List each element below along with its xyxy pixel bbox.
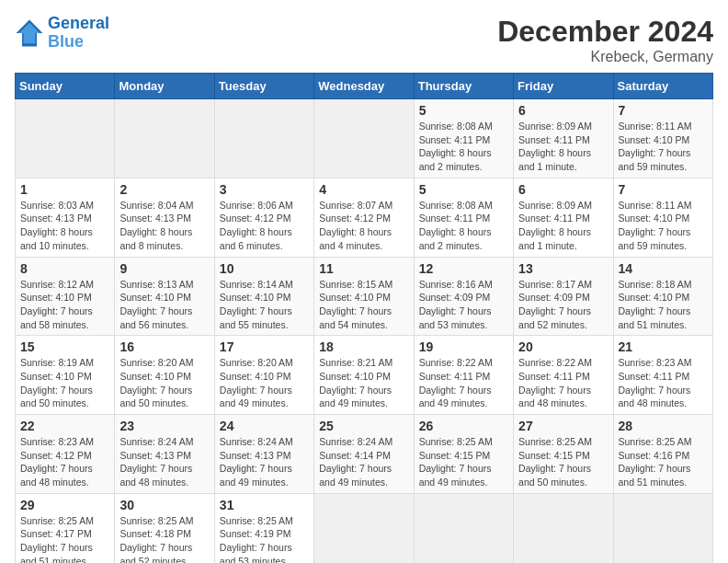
logo-icon (15, 18, 44, 48)
list-item: 9 Sunrise: 8:13 AMSunset: 4:10 PMDayligh… (115, 257, 214, 336)
list-item: 19 Sunrise: 8:22 AMSunset: 4:11 PMDaylig… (414, 336, 513, 415)
list-item: 1 Sunrise: 8:03 AMSunset: 4:13 PMDayligh… (16, 178, 115, 257)
list-item: 5 Sunrise: 8:08 AMSunset: 4:11 PMDayligh… (414, 99, 513, 178)
list-item: 15 Sunrise: 8:19 AMSunset: 4:10 PMDaylig… (16, 336, 115, 415)
table-row: 22 Sunrise: 8:23 AMSunset: 4:12 PMDaylig… (16, 415, 713, 494)
list-item: 11 Sunrise: 8:15 AMSunset: 4:10 PMDaylig… (314, 257, 414, 336)
list-item: 6 Sunrise: 8:09 AMSunset: 4:11 PMDayligh… (514, 99, 613, 178)
title-block: December 2024 Krebeck, Germany (497, 15, 713, 65)
list-item: 21 Sunrise: 8:23 AMSunset: 4:11 PMDaylig… (613, 336, 712, 415)
header-row: Sunday Monday Tuesday Wednesday Thursday… (16, 74, 713, 99)
page-subtitle: Krebeck, Germany (497, 49, 713, 65)
list-item: 4 Sunrise: 8:07 AMSunset: 4:12 PMDayligh… (314, 178, 414, 257)
empty-cell (214, 99, 313, 178)
list-item: 12 Sunrise: 8:16 AMSunset: 4:09 PMDaylig… (414, 257, 513, 336)
logo: General Blue (15, 15, 109, 52)
list-item: 30 Sunrise: 8:25 AMSunset: 4:18 PMDaylig… (115, 493, 214, 563)
col-tuesday: Tuesday (214, 74, 313, 99)
list-item: 14 Sunrise: 8:18 AMSunset: 4:10 PMDaylig… (613, 257, 712, 336)
table-row: 29 Sunrise: 8:25 AMSunset: 4:17 PMDaylig… (16, 493, 713, 563)
list-item: 7 Sunrise: 8:11 AMSunset: 4:10 PMDayligh… (613, 178, 712, 257)
empty-cell (613, 493, 712, 563)
list-item: 29 Sunrise: 8:25 AMSunset: 4:17 PMDaylig… (16, 493, 115, 563)
list-item: 6 Sunrise: 8:09 AMSunset: 4:11 PMDayligh… (514, 178, 613, 257)
list-item: 17 Sunrise: 8:20 AMSunset: 4:10 PMDaylig… (214, 336, 313, 415)
col-thursday: Thursday (414, 74, 513, 99)
table-row: 15 Sunrise: 8:19 AMSunset: 4:10 PMDaylig… (16, 336, 713, 415)
col-sunday: Sunday (16, 74, 115, 99)
list-item: 23 Sunrise: 8:24 AMSunset: 4:13 PMDaylig… (115, 415, 214, 494)
empty-cell (314, 99, 414, 178)
list-item: 3 Sunrise: 8:06 AMSunset: 4:12 PMDayligh… (214, 178, 313, 257)
empty-cell (414, 493, 513, 563)
list-item: 26 Sunrise: 8:25 AMSunset: 4:15 PMDaylig… (414, 415, 513, 494)
page-title: December 2024 (497, 15, 713, 49)
col-monday: Monday (115, 74, 214, 99)
logo-text: General Blue (48, 15, 109, 52)
list-item: 13 Sunrise: 8:17 AMSunset: 4:09 PMDaylig… (514, 257, 613, 336)
list-item: 31 Sunrise: 8:25 AMSunset: 4:19 PMDaylig… (214, 493, 313, 563)
empty-cell (16, 99, 115, 178)
list-item: 27 Sunrise: 8:25 AMSunset: 4:15 PMDaylig… (514, 415, 613, 494)
empty-cell (314, 493, 414, 563)
list-item: 5 Sunrise: 8:08 AMSunset: 4:11 PMDayligh… (414, 178, 513, 257)
list-item: 8 Sunrise: 8:12 AMSunset: 4:10 PMDayligh… (16, 257, 115, 336)
page-header: General Blue December 2024 Krebeck, Germ… (15, 15, 713, 65)
list-item: 16 Sunrise: 8:20 AMSunset: 4:10 PMDaylig… (115, 336, 214, 415)
empty-cell (514, 493, 613, 563)
list-item: 24 Sunrise: 8:24 AMSunset: 4:13 PMDaylig… (214, 415, 313, 494)
empty-cell (115, 99, 214, 178)
list-item: 7 Sunrise: 8:11 AMSunset: 4:10 PMDayligh… (613, 99, 712, 178)
list-item: 20 Sunrise: 8:22 AMSunset: 4:11 PMDaylig… (514, 336, 613, 415)
list-item: 2 Sunrise: 8:04 AMSunset: 4:13 PMDayligh… (115, 178, 214, 257)
col-friday: Friday (514, 74, 613, 99)
list-item: 22 Sunrise: 8:23 AMSunset: 4:12 PMDaylig… (16, 415, 115, 494)
table-row: 1 Sunrise: 8:03 AMSunset: 4:13 PMDayligh… (16, 178, 713, 257)
table-row: 5 Sunrise: 8:08 AMSunset: 4:11 PMDayligh… (16, 99, 713, 178)
col-saturday: Saturday (613, 74, 712, 99)
list-item: 18 Sunrise: 8:21 AMSunset: 4:10 PMDaylig… (314, 336, 414, 415)
calendar-table: Sunday Monday Tuesday Wednesday Thursday… (15, 73, 713, 563)
col-wednesday: Wednesday (314, 74, 414, 99)
list-item: 10 Sunrise: 8:14 AMSunset: 4:10 PMDaylig… (214, 257, 313, 336)
table-row: 8 Sunrise: 8:12 AMSunset: 4:10 PMDayligh… (16, 257, 713, 336)
list-item: 28 Sunrise: 8:25 AMSunset: 4:16 PMDaylig… (613, 415, 712, 494)
list-item: 25 Sunrise: 8:24 AMSunset: 4:14 PMDaylig… (314, 415, 414, 494)
